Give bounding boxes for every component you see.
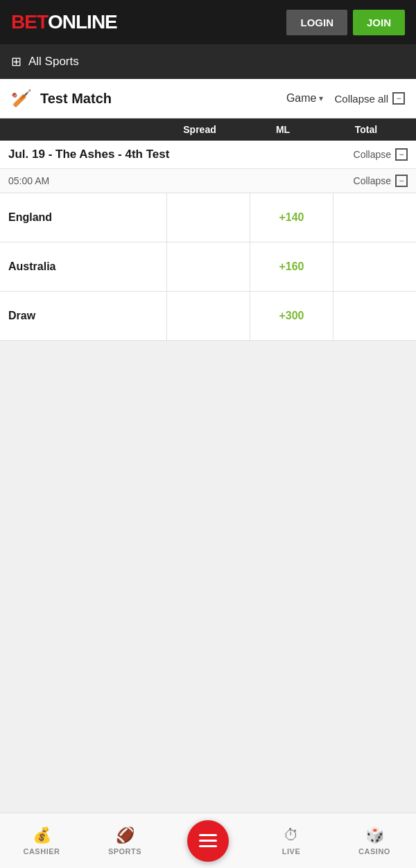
grid-icon: ⊞: [11, 54, 21, 69]
live-label: LIVE: [282, 847, 300, 856]
australia-total-cell[interactable]: [333, 242, 416, 291]
col-header-ml: ML: [241, 124, 324, 135]
section-title: Test Match: [40, 91, 112, 107]
chevron-down-icon: ▾: [319, 94, 323, 103]
header-buttons: LOGIN JOIN: [286, 10, 405, 35]
match-date-row: Jul. 19 - The Ashes - 4th Test Collapse …: [0, 141, 416, 169]
collapse-all-label: Collapse all: [334, 93, 388, 105]
nav-item-live[interactable]: ⏱ LIVE: [250, 826, 333, 856]
logo: BETONLINE: [11, 11, 117, 33]
casino-label: CASINO: [358, 847, 390, 856]
time-collapse-button[interactable]: Collapse −: [354, 175, 408, 187]
col-header-spread: Spread: [158, 124, 241, 135]
table-row: England +140: [0, 193, 416, 242]
nav-center: [166, 820, 250, 862]
match-title: Jul. 19 - The Ashes - 4th Test: [8, 148, 169, 161]
england-total-cell[interactable]: [333, 193, 416, 242]
time-collapse-icon: −: [395, 175, 408, 187]
team-name-australia: Australia: [0, 249, 166, 284]
england-spread-cell[interactable]: [166, 193, 250, 242]
table-row: Draw +300: [0, 292, 416, 341]
col-header-total: Total: [324, 124, 408, 135]
column-headers: Spread ML Total: [0, 118, 416, 141]
game-dropdown-label: Game: [286, 92, 317, 105]
section-header: 🏏 Test Match Game ▾ Collapse all −: [0, 79, 416, 118]
logo-bet: BET: [11, 11, 48, 33]
nav-item-cashier[interactable]: 💰 CASHIER: [0, 826, 83, 856]
all-sports-bar[interactable]: ⊞ All Sports: [0, 44, 416, 79]
logo-online: ONLINE: [48, 11, 117, 33]
time-row: 05:00 AM Collapse −: [0, 169, 416, 193]
menu-button[interactable]: [187, 820, 229, 862]
hamburger-line-1: [199, 834, 217, 836]
collapse-all-button[interactable]: Collapse all −: [334, 92, 405, 105]
section-header-right: Game ▾ Collapse all −: [286, 92, 405, 105]
draw-total-cell[interactable]: [333, 292, 416, 340]
live-icon: ⏱: [284, 826, 299, 844]
england-ml-cell[interactable]: +140: [250, 193, 333, 242]
nav-item-sports[interactable]: 🏈 SPORTS: [83, 826, 166, 856]
all-sports-label: All Sports: [28, 55, 79, 69]
sports-icon: 🏈: [116, 826, 135, 844]
draw-ml-value: +300: [279, 310, 304, 322]
col-header-empty: [8, 124, 158, 135]
australia-ml-cell[interactable]: +160: [250, 242, 333, 291]
header: BETONLINE LOGIN JOIN: [0, 0, 416, 44]
team-name-draw: Draw: [0, 299, 166, 333]
draw-spread-cell[interactable]: [166, 292, 250, 340]
australia-ml-value: +160: [279, 260, 304, 273]
table-row: Australia +160: [0, 242, 416, 292]
main-content: 🏏 Test Match Game ▾ Collapse all − Sprea…: [0, 79, 416, 341]
match-collapse-icon: −: [395, 148, 408, 161]
join-button[interactable]: JOIN: [353, 10, 405, 35]
nav-item-casino[interactable]: 🎲 CASINO: [333, 826, 416, 856]
cashier-label: CASHIER: [23, 847, 60, 856]
australia-spread-cell[interactable]: [166, 242, 250, 291]
draw-ml-cell[interactable]: +300: [250, 292, 333, 340]
bottom-nav: 💰 CASHIER 🏈 SPORTS ⏱ LIVE 🎲 CASINO: [0, 813, 416, 868]
match-collapse-button[interactable]: Collapse −: [354, 148, 408, 161]
section-header-left: 🏏 Test Match: [11, 89, 112, 108]
match-time: 05:00 AM: [8, 175, 49, 186]
match-collapse-label: Collapse: [354, 149, 391, 160]
collapse-all-icon: −: [392, 92, 405, 105]
team-name-england: England: [0, 200, 166, 235]
cashier-icon: 💰: [33, 826, 51, 844]
casino-icon: 🎲: [365, 826, 384, 844]
game-dropdown[interactable]: Game ▾: [286, 92, 324, 105]
time-collapse-label: Collapse: [354, 175, 391, 186]
england-ml-value: +140: [279, 211, 304, 224]
hamburger-line-3: [199, 845, 217, 847]
login-button[interactable]: LOGIN: [286, 10, 347, 35]
cricket-icon: 🏏: [11, 89, 32, 108]
hamburger-line-2: [199, 840, 217, 842]
sports-label: SPORTS: [108, 847, 141, 856]
nav-spacer: [0, 341, 416, 410]
